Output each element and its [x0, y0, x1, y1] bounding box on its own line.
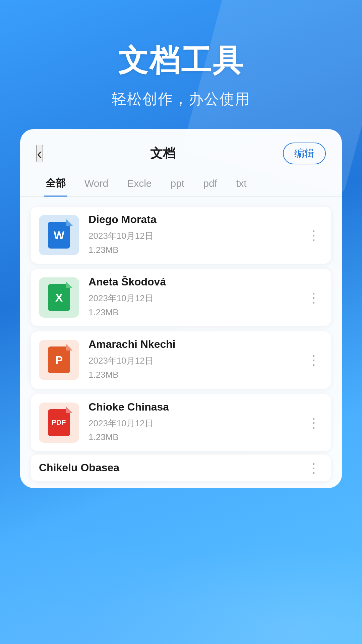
card-title: 文档 [150, 145, 176, 162]
ppt-icon: P [48, 346, 70, 373]
tab-ppt[interactable]: ppt [161, 172, 194, 195]
partial-file-name: Chikelu Obasea [39, 462, 119, 474]
word-icon: W [48, 222, 70, 249]
file-name-2: Amarachi Nkechi [88, 338, 304, 351]
tabs-row: 全部 Word Excle ppt pdf txt [20, 171, 342, 197]
file-icon-bg-ppt: P [39, 340, 79, 380]
more-icon-3[interactable]: ⋮ [304, 415, 323, 430]
file-info-pdf: Chioke Chinasa 2023年10月12日1.23MB [88, 401, 304, 444]
main-card: ‹ 文档 编辑 全部 Word Excle ppt pdf txt W Dieg… [20, 129, 342, 488]
card-header: ‹ 文档 编辑 [20, 129, 342, 171]
file-icon-bg-word: W [39, 215, 79, 255]
ppt-icon-letter: P [55, 354, 63, 367]
tab-txt[interactable]: txt [227, 172, 256, 195]
file-item-word[interactable]: W Diego Morata 2023年10月12日1.23MB ⋮ [31, 207, 331, 264]
more-icon-partial[interactable]: ⋮ [304, 460, 323, 476]
file-name-1: Aneta Škodová [88, 276, 304, 288]
more-icon-1[interactable]: ⋮ [304, 290, 323, 305]
file-item-partial[interactable]: Chikelu Obasea ⋮ [31, 454, 331, 481]
file-list: W Diego Morata 2023年10月12日1.23MB ⋮ X Ane… [20, 203, 342, 454]
hero-title: 文档工具 [0, 40, 362, 81]
edit-button[interactable]: 编辑 [283, 143, 326, 164]
file-meta-1: 2023年10月12日1.23MB [88, 291, 304, 319]
word-icon-letter: W [54, 229, 64, 242]
file-info-ppt: Amarachi Nkechi 2023年10月12日1.23MB [88, 338, 304, 382]
file-name-0: Diego Morata [88, 213, 304, 226]
file-info-word: Diego Morata 2023年10月12日1.23MB [88, 213, 304, 257]
file-meta-2: 2023年10月12日1.23MB [88, 354, 304, 382]
file-icon-bg-excel: X [39, 277, 79, 318]
file-item-excel[interactable]: X Aneta Škodová 2023年10月12日1.23MB ⋮ [31, 269, 331, 326]
more-icon-2[interactable]: ⋮ [304, 352, 323, 368]
file-icon-bg-pdf: PDF [39, 402, 79, 443]
file-item-ppt[interactable]: P Amarachi Nkechi 2023年10月12日1.23MB ⋮ [31, 331, 331, 388]
tab-all[interactable]: 全部 [36, 171, 75, 196]
file-name-3: Chioke Chinasa [88, 401, 304, 413]
bg-wave [0, 510, 362, 644]
file-item-pdf[interactable]: PDF Chioke Chinasa 2023年10月12日1.23MB ⋮ [31, 394, 331, 451]
excel-icon-letter: X [55, 291, 63, 304]
file-meta-3: 2023年10月12日1.23MB [88, 417, 304, 444]
tab-word[interactable]: Word [75, 172, 118, 195]
file-meta-0: 2023年10月12日1.23MB [88, 229, 304, 257]
tab-excle[interactable]: Excle [118, 172, 161, 195]
hero-section: 文档工具 轻松创作，办公使用 [0, 0, 362, 129]
file-info-excel: Aneta Škodová 2023年10月12日1.23MB [88, 276, 304, 319]
pdf-icon: PDF [48, 409, 70, 436]
more-icon-0[interactable]: ⋮ [304, 227, 323, 243]
pdf-icon-text: PDF [52, 419, 66, 426]
back-button[interactable]: ‹ [36, 145, 43, 162]
tab-pdf[interactable]: pdf [194, 172, 227, 195]
excel-icon: X [48, 284, 70, 311]
hero-subtitle: 轻松创作，办公使用 [0, 89, 362, 109]
